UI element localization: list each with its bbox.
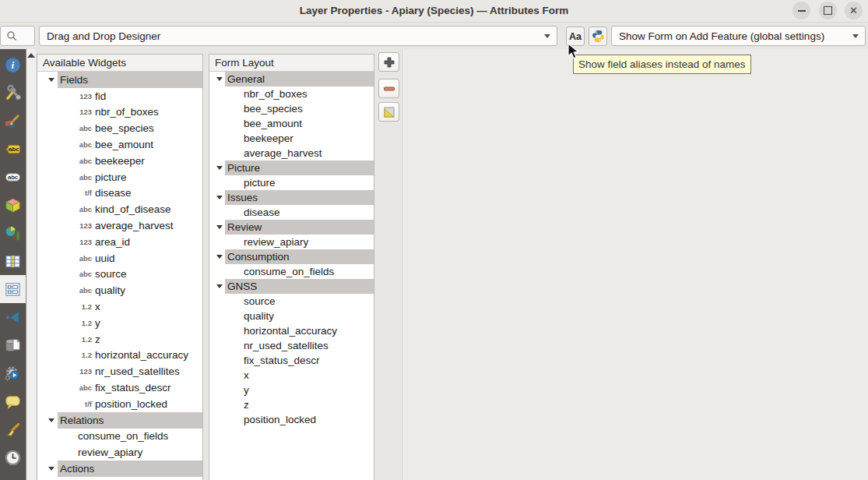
tree-item[interactable]: abcbee_amount bbox=[37, 136, 202, 153]
tab-masks[interactable]: abc bbox=[0, 163, 26, 191]
actions-icon bbox=[4, 365, 22, 383]
tab-joins[interactable] bbox=[0, 303, 26, 331]
tree-item[interactable]: review_apiary bbox=[37, 444, 202, 461]
dialog-scrollbar[interactable] bbox=[26, 49, 36, 480]
tab-source[interactable] bbox=[0, 79, 26, 107]
python-init-button[interactable] bbox=[589, 26, 607, 46]
tree-item[interactable]: y bbox=[209, 383, 374, 397]
group-header[interactable]: Consumption bbox=[209, 249, 374, 264]
tab-temporal[interactable] bbox=[0, 443, 26, 471]
tab-auxiliary-storage[interactable] bbox=[0, 331, 26, 359]
add-container-button[interactable] bbox=[378, 52, 399, 72]
tree-item[interactable]: fix_status_descr bbox=[209, 353, 374, 368]
designer-select[interactable]: Drag and Drop Designer bbox=[39, 26, 557, 46]
tree-item[interactable]: abcuuid bbox=[37, 250, 202, 266]
tab-labels[interactable]: abc bbox=[0, 135, 26, 163]
collapse-arrow-icon[interactable] bbox=[216, 225, 223, 229]
tree-item[interactable]: review_apiary bbox=[209, 235, 374, 249]
tree-item-label: picture bbox=[95, 171, 127, 183]
minus-icon bbox=[383, 83, 395, 95]
collapse-arrow-icon[interactable] bbox=[48, 418, 54, 422]
tree-item[interactable]: picture bbox=[209, 175, 374, 190]
tree-item[interactable]: 123area_id bbox=[37, 234, 202, 250]
form-toolbar: Drag and Drop Designer Aa Show Form on A… bbox=[0, 23, 868, 50]
tree-item[interactable]: abcpicture bbox=[37, 169, 202, 185]
tree-item[interactable]: 123nr_used_satellites bbox=[37, 363, 202, 379]
collapse-arrow-icon[interactable] bbox=[48, 467, 54, 471]
remove-item-button[interactable] bbox=[378, 79, 399, 98]
group-header[interactable]: Review bbox=[209, 220, 374, 235]
search-input[interactable] bbox=[0, 26, 35, 46]
tab-diagrams[interactable] bbox=[0, 219, 26, 247]
tree-item[interactable]: 123average_harvest bbox=[37, 217, 202, 234]
collapse-arrow-icon[interactable] bbox=[216, 255, 223, 259]
field-type-icon: 123 bbox=[78, 238, 92, 246]
collapse-arrow-icon[interactable] bbox=[216, 284, 223, 288]
tree-item-label: source bbox=[244, 295, 276, 307]
tree-item[interactable]: 123fid bbox=[37, 88, 202, 104]
tree-item[interactable]: bee_amount bbox=[209, 116, 374, 131]
scroll-up-icon[interactable] bbox=[27, 53, 35, 58]
tree-item[interactable]: 123nbr_of_boxes bbox=[37, 104, 202, 121]
tree-item[interactable]: consume_on_fields bbox=[209, 264, 374, 279]
tab-information[interactable]: i bbox=[0, 51, 26, 79]
tree-item[interactable]: 1.2y bbox=[37, 315, 202, 331]
group-header[interactable]: Relations bbox=[37, 412, 202, 429]
field-type-icon: abc bbox=[78, 286, 92, 295]
tree-item[interactable]: abcbee_species bbox=[37, 120, 202, 136]
tree-item[interactable]: 1.2x bbox=[37, 298, 202, 315]
tree-item[interactable]: nbr_of_boxes bbox=[209, 86, 374, 101]
tree-item[interactable]: t/fposition_locked bbox=[37, 396, 202, 412]
tree-item[interactable]: t/fdisease bbox=[37, 185, 202, 202]
tab-actions[interactable] bbox=[0, 359, 26, 387]
tree-item[interactable]: disease bbox=[209, 205, 374, 220]
maximize-button[interactable] bbox=[819, 2, 837, 19]
collapse-arrow-icon[interactable] bbox=[48, 78, 54, 82]
tab-variables[interactable] bbox=[0, 471, 26, 480]
group-header[interactable]: Actions bbox=[37, 461, 202, 477]
tree-item[interactable]: abcquality bbox=[37, 282, 202, 298]
tree-item[interactable]: quality bbox=[209, 309, 374, 323]
group-header[interactable]: GNSS bbox=[209, 279, 374, 294]
collapse-arrow-icon[interactable] bbox=[216, 196, 223, 199]
tab-rendering[interactable] bbox=[0, 415, 26, 443]
group-header[interactable]: General bbox=[209, 72, 374, 86]
collapse-arrow-icon[interactable] bbox=[216, 166, 223, 170]
tab-display[interactable] bbox=[0, 387, 26, 415]
tree-item[interactable]: abckind_of_disease bbox=[37, 201, 202, 217]
tree-item[interactable]: 1.2horizontal_accuracy bbox=[37, 348, 202, 364]
tree-item[interactable]: nr_used_satellites bbox=[209, 338, 374, 353]
tree-item-label: fix_status_descr bbox=[244, 355, 320, 366]
tab-attributes-form[interactable] bbox=[0, 275, 26, 303]
change-container-button[interactable] bbox=[378, 102, 399, 122]
group-header[interactable]: Picture bbox=[209, 161, 374, 175]
close-button[interactable]: ✕ bbox=[845, 2, 863, 19]
tree-item[interactable]: average_harvest bbox=[209, 146, 374, 161]
tab-symbology[interactable] bbox=[0, 107, 26, 135]
collapse-arrow-icon[interactable] bbox=[216, 77, 223, 81]
form-open-behavior-select[interactable]: Show Form on Add Feature (global setting… bbox=[611, 26, 866, 46]
tree-item[interactable]: 1.2z bbox=[37, 331, 202, 348]
tree-item[interactable]: abcsource bbox=[37, 266, 202, 283]
tree-item[interactable]: horizontal_accuracy bbox=[209, 323, 374, 338]
tree-item[interactable]: consume_on_fields bbox=[37, 429, 202, 445]
group-header[interactable]: Fields bbox=[37, 72, 202, 88]
group-header[interactable]: Issues bbox=[209, 190, 374, 205]
tree-item[interactable]: x bbox=[209, 368, 374, 383]
tree-item[interactable]: source bbox=[209, 294, 374, 309]
field-type-icon: 1.2 bbox=[78, 302, 92, 311]
tab-3d-view[interactable] bbox=[0, 191, 26, 219]
tree-item[interactable]: abcfix_status_descr bbox=[37, 379, 202, 396]
tree-item[interactable]: position_locked bbox=[209, 412, 374, 427]
tree-item[interactable]: beekeeper bbox=[209, 131, 374, 146]
chevron-down-icon bbox=[544, 34, 550, 38]
tree-item[interactable]: z bbox=[209, 397, 374, 412]
svg-text:abc: abc bbox=[8, 174, 19, 181]
tree-item[interactable]: abcbeekeeper bbox=[37, 153, 202, 169]
minimize-button[interactable] bbox=[792, 2, 810, 19]
tab-fields[interactable] bbox=[0, 247, 26, 275]
tree-item[interactable]: bee_species bbox=[209, 101, 374, 116]
field-type-icon: t/f bbox=[78, 400, 92, 408]
tree-item-label: z bbox=[244, 399, 249, 411]
tree-item-label: review_apiary bbox=[244, 236, 308, 248]
